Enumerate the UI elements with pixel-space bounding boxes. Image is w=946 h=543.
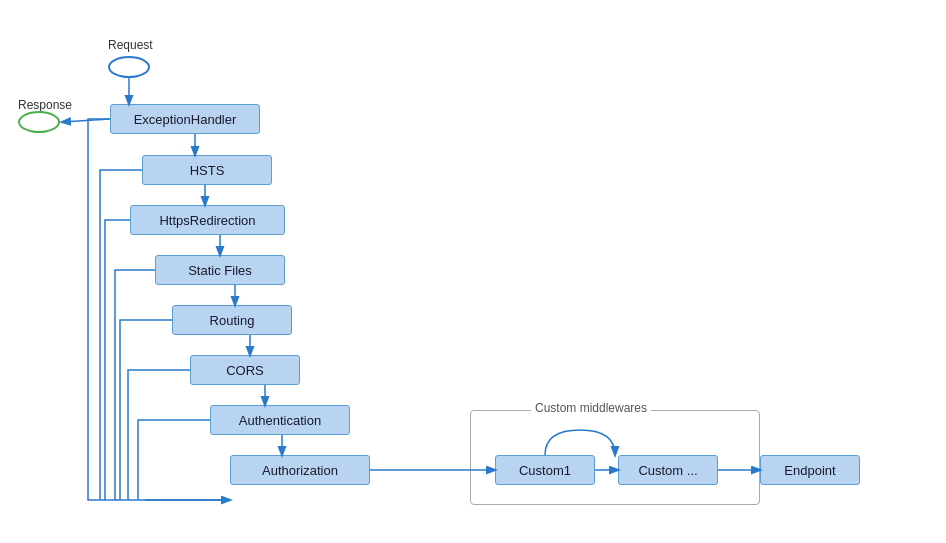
- exception-handler-box: ExceptionHandler: [110, 104, 260, 134]
- request-label: Request: [108, 38, 153, 52]
- custom-more-label: Custom ...: [638, 463, 697, 478]
- hsts-label: HSTS: [190, 163, 225, 178]
- authentication-label: Authentication: [239, 413, 321, 428]
- hsts-box: HSTS: [142, 155, 272, 185]
- request-oval: [108, 56, 150, 78]
- authorization-box: Authorization: [230, 455, 370, 485]
- cors-box: CORS: [190, 355, 300, 385]
- routing-box: Routing: [172, 305, 292, 335]
- endpoint-label: Endpoint: [784, 463, 835, 478]
- https-redirection-box: HttpsRedirection: [130, 205, 285, 235]
- svg-line-8: [62, 119, 110, 122]
- custom1-label: Custom1: [519, 463, 571, 478]
- custom-middlewares-label: Custom middlewares: [531, 401, 651, 415]
- custom1-box: Custom1: [495, 455, 595, 485]
- response-oval: [18, 111, 60, 133]
- response-label: Response: [18, 98, 72, 112]
- cors-label: CORS: [226, 363, 264, 378]
- endpoint-box: Endpoint: [760, 455, 860, 485]
- exception-handler-label: ExceptionHandler: [134, 112, 237, 127]
- routing-label: Routing: [210, 313, 255, 328]
- static-files-label: Static Files: [188, 263, 252, 278]
- https-redirection-label: HttpsRedirection: [159, 213, 255, 228]
- authorization-label: Authorization: [262, 463, 338, 478]
- custom-more-box: Custom ...: [618, 455, 718, 485]
- authentication-box: Authentication: [210, 405, 350, 435]
- static-files-box: Static Files: [155, 255, 285, 285]
- diagram-container: Request Response ExceptionHandler HSTS H…: [0, 0, 946, 543]
